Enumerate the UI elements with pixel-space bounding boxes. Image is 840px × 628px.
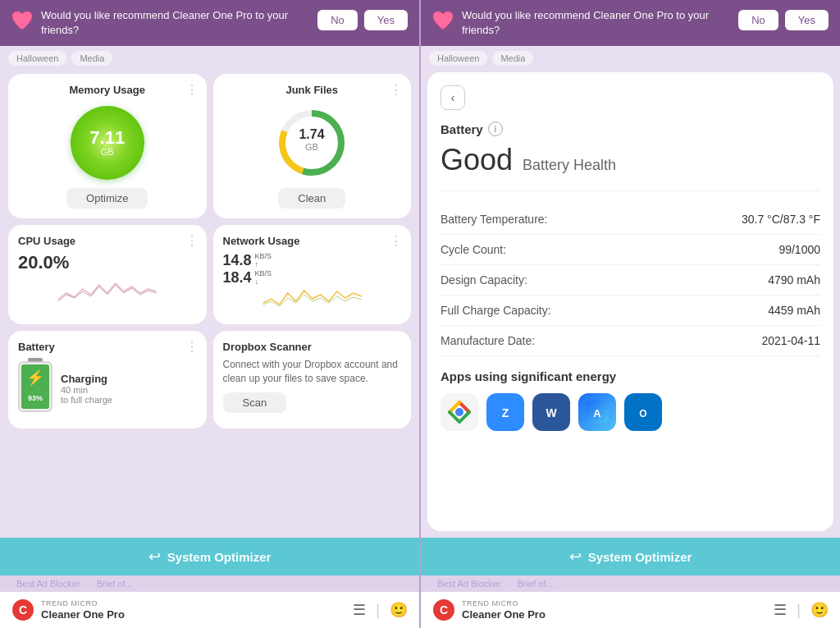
app-icon-chrome[interactable] [441, 393, 478, 431]
svg-text:W: W [546, 406, 557, 419]
app-icon-appstore[interactable]: A [578, 393, 616, 431]
system-optimizer-bar-right[interactable]: ↩ System Optimizer [421, 538, 840, 575]
junk-gauge: 1.74 GB [275, 106, 349, 180]
optimizer-label-right: System Optimizer [588, 550, 692, 564]
system-optimizer-bar[interactable]: ↩ System Optimizer [0, 538, 419, 575]
battery-stats: Battery Temperature: 30.7 °C/87.3 °F Cyc… [441, 204, 820, 356]
charging-status: Charging [61, 373, 112, 385]
promo-no-button[interactable]: No [317, 10, 358, 30]
promo-bar-right: Would you like recommend Cleaner One Pro… [421, 0, 840, 46]
upload-unit: KB/S↑ [255, 253, 272, 269]
junk-files-card: Junk Files ⋮ 1.74 GB Clean [213, 74, 412, 218]
download-unit: KB/S↓ [255, 270, 272, 286]
promo-yes-button-right[interactable]: Yes [785, 10, 829, 30]
menu-icon[interactable]: ☰ [353, 601, 366, 619]
promo-text: Would you like recommend Cleaner One Pro… [41, 8, 309, 38]
divider-icon-right: | [797, 602, 801, 619]
cards-grid: Memory Usage ⋮ 7.11 GB Optimize Junk Fil… [8, 74, 411, 429]
battery-menu-icon[interactable]: ⋮ [185, 339, 199, 355]
network-sparkline [223, 286, 402, 311]
footer-icons: ☰ | 🙂 [353, 601, 408, 619]
health-label: Battery Health [523, 157, 616, 174]
memory-menu-icon[interactable]: ⋮ [185, 82, 199, 98]
junk-menu-icon[interactable]: ⋮ [390, 82, 403, 98]
dropbox-card: Dropbox Scanner Connect with your Dropbo… [213, 331, 412, 429]
footer-icons-right: ☰ | 🙂 [774, 601, 829, 619]
divider-icon: | [376, 602, 380, 619]
info-icon[interactable]: i [488, 121, 503, 136]
stat-row-design: Design Capacity: 4790 mAh [441, 265, 820, 296]
battery-icon: 93% ⚡ [18, 358, 52, 415]
cpu-title: CPU Usage [18, 235, 197, 247]
optimize-button[interactable]: Optimize [66, 188, 148, 209]
stat-label-cycle: Cycle Count: [441, 243, 506, 256]
promo-no-button-right[interactable]: No [738, 10, 778, 30]
logo-icon: C [11, 598, 34, 621]
memory-gauge: 7.11 GB [71, 106, 144, 180]
stat-label-mfg: Manufacture Date: [441, 334, 535, 347]
smiley-icon-right[interactable]: 🙂 [810, 601, 829, 619]
menu-icon-right[interactable]: ☰ [774, 601, 787, 619]
main-content: Memory Usage ⋮ 7.11 GB Optimize Junk Fil… [0, 66, 419, 538]
dropbox-desc: Connect with your Dropbox account and cl… [223, 358, 402, 386]
brand-text: TREND MICRO Cleaner One Pro [41, 599, 125, 621]
stat-row-cycle: Cycle Count: 99/1000 [441, 235, 820, 265]
network-title: Network Usage [223, 235, 402, 247]
watermark-best-right: Best Ad Blocker [437, 579, 501, 589]
tab-media[interactable]: Media [71, 51, 112, 66]
svg-text:Z: Z [502, 406, 509, 419]
optimizer-label: System Optimizer [167, 550, 272, 564]
svg-text:C: C [19, 603, 27, 617]
smiley-icon[interactable]: 🙂 [390, 601, 408, 619]
dropbox-title: Dropbox Scanner [223, 341, 402, 353]
app-icon-zoom[interactable]: Z [486, 393, 524, 431]
stat-row-mfg: Manufacture Date: 2021-04-11 [441, 326, 820, 356]
stat-row-full: Full Charge Capacity: 4459 mAh [441, 296, 820, 326]
stat-label-full: Full Charge Capacity: [441, 304, 551, 317]
svg-text:O: O [639, 408, 646, 419]
junk-title: Junk Files [285, 84, 338, 96]
clean-button[interactable]: Clean [278, 188, 345, 209]
stat-value-temp: 30.7 °C/87.3 °F [742, 213, 820, 226]
battery-card-content: 93% ⚡ Charging 40 min to full charge [18, 358, 197, 419]
app-icon-word[interactable]: W [532, 393, 570, 431]
app-icon-outlook[interactable]: O [624, 393, 662, 431]
watermark-brief-right: Brief of... [518, 579, 554, 589]
tab-halloween-right[interactable]: Halloween [429, 51, 487, 66]
apps-title: Apps using significant energy [441, 369, 820, 383]
promo-yes-button[interactable]: Yes [364, 10, 408, 30]
logo-icon-right: C [432, 598, 455, 621]
brand-top-right: TREND MICRO [462, 599, 546, 608]
battery-detail-title: Battery i [441, 121, 820, 136]
apps-section: Apps using significant energy [441, 369, 820, 431]
brand-name: Cleaner One Pro [41, 608, 125, 621]
network-menu-icon[interactable]: ⋮ [390, 233, 403, 249]
cpu-menu-icon[interactable]: ⋮ [185, 233, 199, 249]
stat-value-full: 4459 mAh [768, 304, 820, 317]
battery-icon-wrap: 93% ⚡ [18, 358, 52, 419]
heart-icon [10, 8, 34, 33]
network-usage-card: Network Usage ⋮ 14.8 KB/S↑ 18.4 KB/S↓ [213, 225, 412, 324]
heart-icon-right [431, 8, 455, 33]
brand-top: TREND MICRO [41, 599, 125, 608]
tab-halloween[interactable]: Halloween [8, 51, 66, 66]
battery-card-title: Battery [18, 341, 197, 353]
brand-right: C TREND MICRO Cleaner One Pro [432, 598, 546, 621]
footer-right: C TREND MICRO Cleaner One Pro ☰ | 🙂 [421, 592, 840, 628]
svg-text:93%: 93% [28, 394, 43, 402]
upload-value: 14.8 [223, 252, 252, 269]
promo-buttons-right: No Yes [738, 10, 829, 30]
tab-media-right[interactable]: Media [492, 51, 533, 66]
stat-label-design: Design Capacity: [441, 273, 527, 286]
memory-title: Memory Usage [70, 84, 145, 96]
back-button[interactable]: ‹ [441, 85, 465, 110]
health-status: Good [441, 143, 513, 177]
svg-text:A: A [593, 407, 601, 419]
promo-buttons: No Yes [317, 10, 408, 30]
download-value: 18.4 [223, 269, 252, 286]
stat-row-temp: Battery Temperature: 30.7 °C/87.3 °F [441, 204, 820, 235]
svg-text:GB: GB [305, 142, 318, 152]
battery-health: Good Battery Health [441, 143, 820, 191]
scan-button[interactable]: Scan [223, 392, 287, 413]
promo-text-right: Would you like recommend Cleaner One Pro… [462, 8, 730, 38]
